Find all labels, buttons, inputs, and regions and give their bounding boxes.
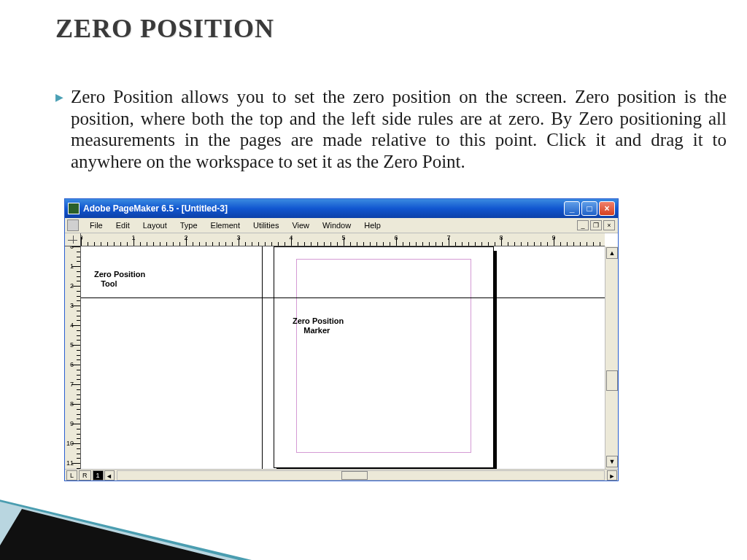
zero-tool-label: Zero Position Tool [94, 270, 145, 289]
scroll-down-button[interactable]: ▼ [606, 456, 618, 467]
zero-position-tool[interactable] [65, 233, 81, 246]
vertical-ruler[interactable]: 01234567891011 [65, 246, 81, 469]
mdi-close-button[interactable]: × [603, 220, 615, 230]
close-button[interactable]: × [599, 201, 615, 216]
scroll-up-button[interactable]: ▲ [606, 247, 618, 259]
vertical-scroll-thumb[interactable] [606, 370, 618, 391]
minimize-button[interactable]: _ [564, 201, 580, 216]
app-icon [68, 203, 80, 214]
slide-title: ZERO POSITION [55, 13, 274, 44]
menu-type[interactable]: Type [174, 219, 204, 231]
menu-view[interactable]: View [285, 219, 316, 231]
status-bar: L R 1 ◄ ► [65, 469, 618, 481]
bullet-icon: ▶ [55, 91, 63, 172]
document-page[interactable] [274, 246, 494, 468]
mdi-minimize-button[interactable]: _ [577, 220, 589, 230]
window-title: Adobe PageMaker 6.5 - [Untitled-3] [83, 203, 228, 214]
svg-marker-2 [0, 509, 314, 560]
menu-window[interactable]: Window [316, 219, 357, 231]
master-page-left[interactable]: L [66, 470, 77, 481]
maximize-button[interactable]: □ [581, 201, 597, 216]
master-page-right[interactable]: R [79, 470, 91, 481]
menu-layout[interactable]: Layout [136, 219, 174, 231]
svg-marker-1 [0, 502, 328, 560]
zero-vertical-guide [262, 246, 263, 469]
menu-help[interactable]: Help [357, 219, 387, 231]
titlebar[interactable]: Adobe PageMaker 6.5 - [Untitled-3] _ □ × [65, 199, 618, 218]
menu-file[interactable]: File [83, 219, 109, 231]
workspace: 0123456789 01234567891011 ▲ ▼ Zero Posit… [65, 233, 618, 469]
pagemaker-window: Adobe PageMaker 6.5 - [Untitled-3] _ □ ×… [64, 198, 619, 481]
vertical-scrollbar[interactable]: ▲ ▼ [605, 246, 618, 469]
zero-marker-label: Zero Position Marker [293, 316, 344, 335]
scroll-right-button[interactable]: ► [607, 470, 617, 481]
document-control-icon[interactable] [67, 219, 79, 231]
canvas[interactable]: Zero Position Tool Zero Position Marker [81, 246, 605, 469]
menu-utilities[interactable]: Utilities [247, 219, 285, 231]
horizontal-ruler[interactable]: 0123456789 [81, 233, 605, 246]
slide-description: Zero Position allows you to set the zero… [71, 86, 727, 172]
menu-element[interactable]: Element [204, 219, 247, 231]
horizontal-scroll-thumb[interactable] [341, 471, 368, 480]
horizontal-scrollbar[interactable] [117, 470, 605, 481]
page-1-tab[interactable]: 1 [93, 470, 104, 481]
mdi-restore-button[interactable]: ❐ [590, 220, 602, 230]
menu-edit[interactable]: Edit [109, 219, 136, 231]
margin-guide [296, 259, 471, 453]
svg-marker-0 [0, 494, 343, 560]
scroll-left-button[interactable]: ◄ [104, 470, 115, 481]
slide-body: ▶ Zero Position allows you to set the ze… [55, 86, 727, 172]
menu-bar: File Edit Layout Type Element Utilities … [65, 218, 618, 233]
zero-horizontal-guide [81, 298, 605, 298]
